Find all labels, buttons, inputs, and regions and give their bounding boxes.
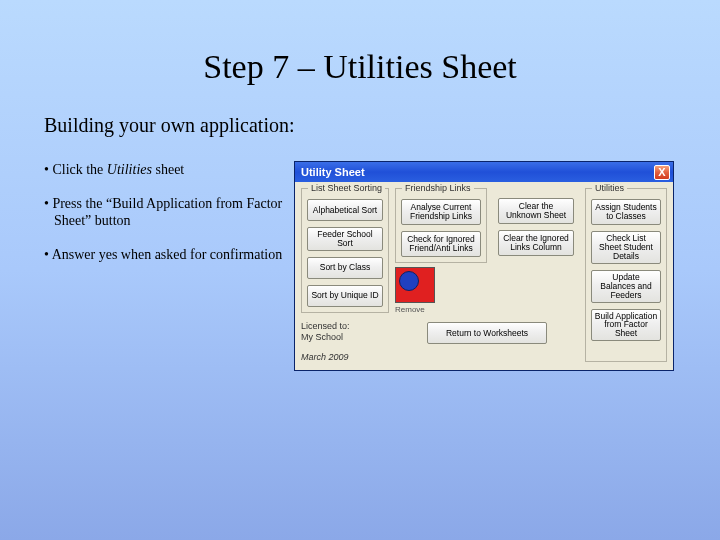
class-sort-button[interactable]: Sort by Class [307,257,383,279]
group-utilities-legend: Utilities [592,183,627,193]
swatch-label: Remove [395,305,435,314]
slide-title: Step 7 – Utilities Sheet [0,48,720,86]
bullet-list: • Click the Utilities sheet • Press the … [44,161,294,279]
color-swatch [395,267,435,303]
assign-button[interactable]: Assign Students to Classes [591,199,661,225]
bullet-1-em: Utilities [107,162,152,177]
build-button[interactable]: Build Application from Factor Sheet [591,309,661,342]
date-label: March 2009 [301,352,389,362]
clear-ignored-button[interactable]: Clear the Ignored Links Column [498,230,574,256]
bullet-2: • Press the “Build Application from Fact… [44,195,294,230]
clear-unknown-button[interactable]: Clear the Unknown Sheet [498,198,574,224]
group-clear: Clear the Unknown Sheet Clear the Ignore… [493,188,579,263]
bullet-3: • Answer yes when asked for confirmation [44,246,294,264]
checklist-button[interactable]: Check List Sheet Student Details [591,231,661,264]
return-button[interactable]: Return to Worksheets [427,322,547,344]
alpha-sort-button[interactable]: Alphabetical Sort [307,199,383,221]
window-titlebar: Utility Sheet X [295,162,673,182]
bullet-1-post: sheet [152,162,184,177]
bullet-1-pre: • Click the [44,162,107,177]
group-sorting: List Sheet Sorting Alphabetical Sort Fee… [301,188,389,313]
close-icon[interactable]: X [654,165,670,180]
bullet-1: • Click the Utilities sheet [44,161,294,179]
group-utilities: Utilities Assign Students to Classes Che… [585,188,667,362]
circle-icon [399,271,419,291]
check-ignored-button[interactable]: Check for Ignored Friend/Anti Links [401,231,481,257]
window-title: Utility Sheet [301,166,365,178]
update-button[interactable]: Update Balances and Feeders [591,270,661,303]
utility-sheet-window: Utility Sheet X List Sheet Sorting Alpha… [294,161,674,371]
license-value: My School [301,332,389,342]
subtitle: Building your own application: [44,114,720,137]
unique-sort-button[interactable]: Sort by Unique ID [307,285,383,307]
license-label: Licensed to: [301,321,389,331]
group-sorting-legend: List Sheet Sorting [308,183,385,193]
group-links-legend: Friendship Links [402,183,474,193]
feeder-sort-button[interactable]: Feeder School Sort [307,227,383,251]
group-links: Friendship Links Analyse Current Friends… [395,188,487,263]
analyse-links-button[interactable]: Analyse Current Friendship Links [401,199,481,225]
